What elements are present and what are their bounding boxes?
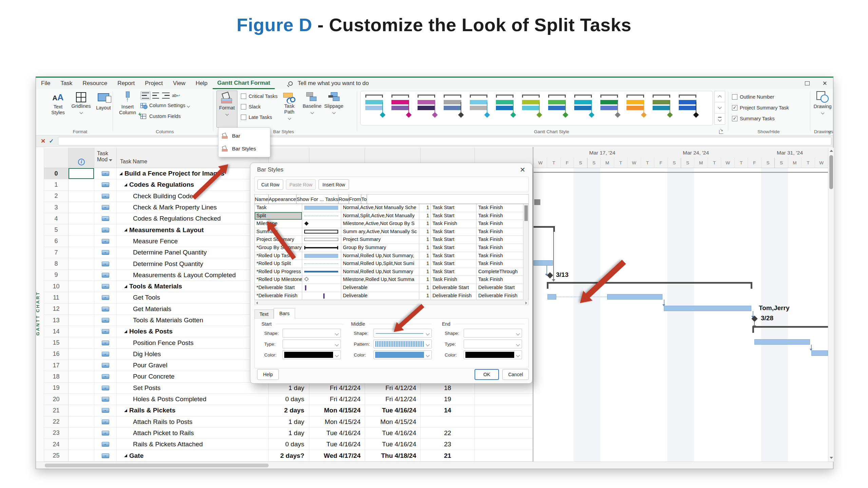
appearance-cell[interactable]	[302, 236, 341, 244]
from-cell[interactable]: Task Start	[431, 204, 477, 212]
show-hide-checkbox[interactable]: ✓ Project Summary Task	[732, 104, 789, 111]
task-mode-cell[interactable]	[94, 416, 117, 427]
task-mode-cell[interactable]	[94, 168, 117, 179]
indicators-cell[interactable]	[69, 304, 94, 314]
task-name-cell[interactable]: Determine Panel Quantity	[117, 247, 269, 258]
menu-tab[interactable]: File	[36, 78, 55, 89]
from-cell[interactable]: Task Finish	[431, 276, 477, 284]
task-mode-header[interactable]: Task Mod	[94, 148, 117, 168]
column-header[interactable]: Appearance	[269, 195, 296, 204]
task-mode-cell[interactable]	[94, 292, 117, 303]
predecessors-cell[interactable]: 18	[421, 383, 475, 393]
tab-text[interactable]: Text	[254, 309, 274, 319]
middle-pattern-select[interactable]	[373, 340, 432, 348]
task-name-cell[interactable]: Codes & Regulations	[117, 179, 269, 190]
row-number[interactable]: 12	[44, 304, 69, 314]
column-settings-button[interactable]: Column Settings	[140, 103, 190, 108]
appearance-cell[interactable]	[302, 268, 341, 276]
menu-tab[interactable]: Resource	[77, 78, 112, 89]
to-cell[interactable]: CompleteThrough	[477, 268, 518, 276]
task-name-cell[interactable]: Codes & Regulations Checked	[117, 213, 269, 224]
row-number[interactable]: 25	[44, 450, 69, 461]
indicators-cell[interactable]	[69, 349, 94, 360]
start-color-select[interactable]	[283, 350, 341, 359]
start-cell[interactable]: Wed 4/17/24	[309, 450, 365, 461]
start-shape-select[interactable]	[283, 329, 341, 338]
duration-cell[interactable]: 1 day	[269, 428, 309, 439]
task-path-button[interactable]: Task Path	[279, 90, 300, 120]
bar-style-row[interactable]: *Deliverable Finish Deliverable 1 Delive…	[255, 292, 528, 300]
end-type-select[interactable]	[464, 340, 522, 348]
predecessors-cell[interactable]: 14	[421, 405, 475, 416]
appearance-cell[interactable]	[302, 204, 341, 212]
appearance-cell[interactable]	[302, 276, 341, 284]
row-number[interactable]: 13	[44, 315, 69, 326]
outline-collapse-icon[interactable]	[119, 172, 122, 175]
outline-collapse-icon[interactable]	[124, 228, 127, 231]
style-name-cell[interactable]: *Deliverable Start	[255, 284, 302, 292]
split-task-bar-segment[interactable]	[607, 294, 662, 300]
format-dropdown-button[interactable]: Format	[216, 90, 237, 128]
table-row[interactable]: 22 Attach Rails to Posts 1 day Mon 4/15/…	[44, 416, 533, 428]
to-cell[interactable]: Task Finish	[477, 236, 518, 244]
gantt-style-swatch[interactable]	[625, 94, 651, 123]
help-button[interactable]: Help	[257, 369, 279, 380]
scroll-right-icon[interactable]	[525, 302, 527, 304]
task-mode-cell[interactable]	[94, 405, 117, 416]
task-mode-cell[interactable]	[94, 224, 117, 235]
task-mode-cell[interactable]	[94, 304, 117, 314]
outline-collapse-icon[interactable]	[124, 454, 127, 457]
task-name-cell[interactable]: Rails & Pickets	[117, 405, 269, 416]
row-cell[interactable]: 1	[419, 260, 431, 268]
task-bar[interactable]	[754, 339, 810, 345]
project-summary-bar[interactable]	[534, 172, 828, 173]
row-number[interactable]: 24	[44, 439, 69, 450]
indicators-cell[interactable]	[69, 394, 94, 405]
to-cell[interactable]: Task Finish	[477, 244, 518, 252]
entry-input[interactable]	[58, 137, 831, 145]
table-chart-splitter[interactable]	[533, 147, 534, 462]
indicators-cell[interactable]	[69, 326, 94, 337]
row-number[interactable]: 14	[44, 326, 69, 337]
style-name-cell[interactable]: Task	[255, 204, 302, 212]
row-cell[interactable]: 1	[419, 252, 431, 260]
gallery-more-button[interactable]	[714, 113, 725, 125]
show-for-cell[interactable]: Normal,Active,Not Manually Sche	[341, 204, 419, 212]
bar-style-row[interactable]: *Rolled Up Milestone Milestone,Rolled Up…	[255, 276, 528, 284]
task-name-cell[interactable]: Pour Concrete	[117, 371, 269, 382]
milestone-diamond[interactable]	[547, 272, 553, 278]
finish-cell[interactable]: Tue 4/16/24	[365, 428, 421, 439]
style-name-cell[interactable]: *Rolled Up Split	[255, 260, 302, 268]
align-left-button[interactable]	[140, 91, 151, 100]
task-mode-cell[interactable]	[94, 191, 117, 202]
tab-bars[interactable]: Bars	[274, 308, 295, 319]
accept-entry-icon[interactable]: ✓	[49, 138, 54, 145]
appearance-cell[interactable]	[302, 212, 341, 220]
indicators-cell[interactable]	[69, 213, 94, 224]
end-shape-select[interactable]	[464, 329, 522, 338]
from-cell[interactable]: Deliverable Finish	[431, 292, 477, 300]
row-number[interactable]: 2	[44, 191, 69, 202]
gantt-style-swatch[interactable]	[390, 94, 416, 123]
close-icon[interactable]: ×	[823, 80, 827, 87]
table-row[interactable]: 25 Gate 2 days? Wed 4/17/24 Thu 4/18/24 …	[44, 450, 533, 461]
start-cell[interactable]: Tue 4/16/24	[309, 428, 365, 439]
task-mode-cell[interactable]	[94, 270, 117, 281]
task-name-cell[interactable]: Determine Post Quantity	[117, 258, 269, 269]
indicators-cell[interactable]	[69, 270, 94, 281]
show-for-cell[interactable]: Group By Summary	[341, 244, 419, 252]
row-number[interactable]: 7	[44, 247, 69, 258]
row-number[interactable]: 0	[44, 168, 69, 179]
scroll-up-icon[interactable]	[830, 150, 833, 152]
to-cell[interactable]: Task Finish	[477, 212, 518, 220]
start-cell[interactable]: Fri 4/12/24	[309, 383, 365, 393]
style-name-cell[interactable]: Split	[255, 212, 302, 220]
show-for-cell[interactable]: Normal,Rolled Up,Split,Not Sumi	[341, 260, 419, 268]
from-cell[interactable]: Task Finish	[431, 220, 477, 228]
task-name-cell[interactable]: Build a Fence Project for Images	[117, 168, 269, 179]
paste-row-button[interactable]: Paste Row	[286, 179, 316, 190]
task-name-cell[interactable]: Gate	[117, 450, 269, 461]
show-for-cell[interactable]: Milestone,Rolled Up,Not Summa	[341, 276, 419, 284]
gantt-style-swatch[interactable]	[442, 94, 468, 123]
menu-tab[interactable]: Task	[55, 78, 77, 89]
